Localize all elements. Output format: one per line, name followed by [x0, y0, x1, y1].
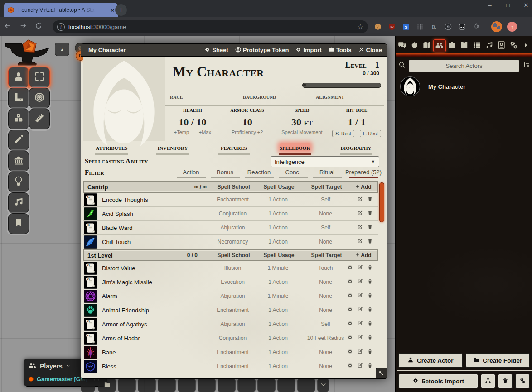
- spell-name[interactable]: Distort Value: [98, 265, 211, 272]
- create-folder-button[interactable]: Create Folder: [466, 353, 530, 368]
- macro-slot[interactable]: [218, 378, 236, 392]
- race-field[interactable]: race: [165, 91, 238, 105]
- dice-tool-button[interactable]: [8, 109, 29, 129]
- update-icon[interactable]: ↑: [507, 22, 517, 32]
- stat-sub-label[interactable]: Proficiency +2: [232, 129, 263, 135]
- stat-sub-label[interactable]: +Max: [199, 129, 211, 135]
- spell-name[interactable]: Animal Friendship: [98, 307, 211, 314]
- back-arrow-icon[interactable]: [0, 22, 15, 32]
- background-field[interactable]: background: [238, 91, 311, 105]
- architecture-tools-button[interactable]: [8, 151, 29, 172]
- spell-row[interactable]: GArmor of AgathysAbjuration1 ActionSelf: [83, 317, 378, 331]
- edit-icon[interactable]: [357, 334, 363, 342]
- new-tab-button[interactable]: +: [115, 4, 127, 16]
- delete-icon[interactable]: [367, 334, 373, 342]
- delete-icon[interactable]: [367, 224, 373, 232]
- minimize-window-button[interactable]: –: [487, 2, 493, 9]
- delete-icon[interactable]: [367, 210, 373, 218]
- forward-arrow-icon[interactable]: [15, 22, 31, 32]
- edit-icon[interactable]: [357, 210, 363, 218]
- stat-sub-label[interactable]: Special Movement: [281, 129, 323, 135]
- spell-scroll-icon[interactable]: G: [84, 318, 97, 331]
- macro-slot[interactable]: [297, 378, 315, 392]
- filter-reaction[interactable]: Reaction: [242, 169, 276, 178]
- sidebar-tab-items[interactable]: [446, 40, 458, 52]
- actor-avatar[interactable]: .actor-avatar .hood-fill{fill:#f4f2e9}.a…: [400, 76, 420, 96]
- configure-icon[interactable]: [347, 292, 353, 300]
- delete-icon[interactable]: [367, 362, 373, 370]
- character-name[interactable]: My Character: [173, 64, 264, 80]
- spell-row[interactable]: BaneEnchantment1 ActionNone: [83, 345, 378, 359]
- sidebar-tab-settings[interactable]: [508, 40, 520, 52]
- spell-name[interactable]: Arms of Hadar: [98, 335, 211, 342]
- cookie-icon[interactable]: [373, 22, 382, 31]
- spell-bane-icon[interactable]: [84, 346, 97, 359]
- character-portrait[interactable]: #portrait .hood-fill{fill:#f4f2e9}#portr…: [83, 57, 165, 141]
- macro-slot[interactable]: [81, 378, 95, 392]
- spell-name[interactable]: Bane: [98, 349, 211, 356]
- macro-slot[interactable]: [178, 378, 196, 392]
- delete-icon[interactable]: [367, 264, 373, 272]
- profile-avatar[interactable]: [491, 21, 502, 32]
- sidebar-tab-scenes[interactable]: [421, 40, 432, 52]
- spell-name[interactable]: Blade Ward: [98, 225, 211, 231]
- 5etools-import-button[interactable]: 5etools Import: [398, 374, 478, 388]
- spell-scroll-icon[interactable]: G: [84, 332, 97, 345]
- select-tool-button[interactable]: [29, 67, 50, 88]
- edit-icon[interactable]: [357, 224, 363, 232]
- edit-icon[interactable]: [357, 238, 363, 246]
- add-spell-button[interactable]: Add: [350, 252, 377, 258]
- sidebar-tab-journal[interactable]: [459, 40, 470, 52]
- spell-name[interactable]: Acid Splash: [98, 210, 211, 217]
- drawing-tools-button[interactable]: [8, 130, 29, 151]
- spell-scroll-icon[interactable]: G: [84, 221, 97, 234]
- spellcasting-ability-select[interactable]: Intelligence ▼: [271, 156, 379, 167]
- sidebar-tab-chat[interactable]: [396, 40, 408, 52]
- bookmark-star-icon[interactable]: ☆: [358, 23, 363, 31]
- shield-icon[interactable]: uO: [387, 22, 397, 31]
- configure-icon[interactable]: [347, 362, 353, 370]
- lighting-controls-button[interactable]: [8, 172, 29, 192]
- spell-row[interactable]: BlessEnchantment1 ActionNone: [83, 359, 378, 373]
- info-icon[interactable]: i: [57, 23, 65, 31]
- spell-acid-icon[interactable]: [84, 207, 97, 220]
- macro-slot[interactable]: [277, 378, 295, 392]
- spell-name[interactable]: Chill Touch: [98, 239, 211, 245]
- edit-icon[interactable]: [357, 362, 363, 370]
- stylus-icon[interactable]: S: [401, 22, 411, 31]
- configure-icon[interactable]: [347, 334, 353, 342]
- sidebar-tab-combat[interactable]: [408, 40, 420, 52]
- macro-slot[interactable]: [198, 378, 216, 392]
- delete-icon[interactable]: [367, 292, 373, 300]
- reload-icon[interactable]: [31, 22, 46, 32]
- filter-prepared-52-[interactable]: Prepared (52): [344, 169, 383, 178]
- spell-paw-icon[interactable]: [84, 304, 97, 317]
- spell-row[interactable]: GEncode ThoughtsEnchantment1 ActionSelf: [83, 193, 378, 207]
- delete-icon[interactable]: [367, 348, 373, 356]
- spell-feather-icon[interactable]: [84, 235, 97, 249]
- scrollbar-thumb[interactable]: [379, 182, 384, 222]
- filter-ritual[interactable]: Ritual: [310, 169, 344, 178]
- sheet-window-header[interactable]: My Character SheetPrototype TokenImportT…: [81, 44, 387, 57]
- macro-slot[interactable]: [158, 378, 176, 392]
- stat-sub-label[interactable]: +Temp: [174, 129, 189, 135]
- edit-icon[interactable]: [357, 264, 363, 272]
- configure-icon[interactable]: [347, 320, 353, 328]
- tab-features[interactable]: features: [203, 143, 265, 156]
- tab-close-icon[interactable]: ×: [111, 7, 114, 14]
- create-actor-button[interactable]: Create Actor: [398, 353, 463, 368]
- section-slots[interactable]: 0 / 0: [187, 252, 198, 258]
- macro-slot[interactable]: [138, 378, 156, 392]
- spell-row[interactable]: Acid SplashConjuration1 ActionNone: [83, 207, 378, 221]
- resize-handle-icon[interactable]: [376, 368, 387, 379]
- close-window-button[interactable]: ✕: [523, 2, 529, 9]
- delete-button[interactable]: [498, 374, 513, 388]
- spell-name[interactable]: Encode Thoughts: [98, 196, 211, 203]
- tab-attributes[interactable]: attributes: [81, 143, 142, 156]
- prototype-token-button[interactable]: Prototype Token: [235, 47, 289, 54]
- tab-inventory[interactable]: inventory: [142, 143, 203, 156]
- lens-icon[interactable]: [444, 22, 453, 31]
- s-rest-button[interactable]: S. Rest: [332, 130, 354, 137]
- stat-value[interactable]: 30 ft: [275, 116, 329, 128]
- spell-row[interactable]: GBlade WardAbjuration1 ActionSelf: [83, 221, 378, 235]
